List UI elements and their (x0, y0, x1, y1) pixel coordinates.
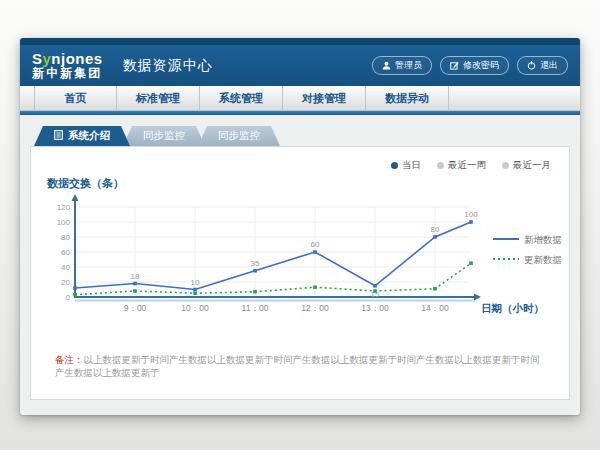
app-header: Synjones 新中新集团 数据资源中心 管理员 修改密码 退出 (20, 45, 580, 86)
admin-user-label: 管理员 (395, 59, 422, 72)
footnote-prefix: 备注： (55, 354, 84, 365)
radio-icon (502, 162, 509, 169)
nav-item-standard-mgmt[interactable]: 标准管理 (117, 86, 200, 110)
logout-label: 退出 (540, 59, 558, 72)
admin-user-button[interactable]: 管理员 (372, 56, 432, 75)
footnote: 备注：以上数据更新于时间产生数据以上数据更新于时间产生数据以上数据更新于时间产生… (39, 353, 561, 380)
svg-text:新增数据: 新增数据 (524, 234, 562, 245)
chart-panel: 当日 最近一周 最近一月 数据交换（条） 0204060801001209：00… (30, 146, 570, 400)
line-chart: 0204060801001209：0010：0011：0012：0013：001… (41, 193, 565, 325)
document-icon (54, 130, 63, 142)
logo-company-name: 新中新集团 (32, 67, 103, 80)
svg-text:120: 120 (57, 203, 71, 212)
nav-item-interface-mgmt[interactable]: 对接管理 (283, 86, 366, 110)
main-nav: 首页 标准管理 系统管理 对接管理 数据异动 (20, 86, 580, 111)
tab-label: 同步监控 (218, 129, 260, 143)
nav-item-home[interactable]: 首页 (34, 86, 117, 110)
svg-text:14：00: 14：00 (421, 303, 449, 313)
tab-label: 系统介绍 (68, 129, 110, 143)
filter-label: 最近一周 (448, 159, 486, 172)
filter-label: 当日 (402, 159, 421, 172)
svg-text:60: 60 (311, 240, 320, 249)
svg-text:11：00: 11：00 (242, 303, 269, 313)
svg-text:更新数据: 更新数据 (524, 254, 562, 265)
user-icon (382, 61, 391, 70)
tab-label: 同步监控 (143, 129, 185, 143)
svg-text:12：00: 12：00 (301, 303, 329, 313)
change-password-button[interactable]: 修改密码 (440, 56, 509, 75)
filter-last-week[interactable]: 最近一周 (437, 159, 486, 172)
svg-text:10：00: 10：00 (181, 303, 209, 313)
logo-wordmark: Synjones (32, 51, 103, 67)
tab-system-intro[interactable]: 系统介绍 (34, 126, 130, 146)
tab-sync-monitor-2[interactable]: 同步监控 (198, 126, 280, 146)
edit-icon (450, 61, 459, 70)
header-actions: 管理员 修改密码 退出 (372, 56, 568, 75)
change-password-label: 修改密码 (463, 59, 499, 72)
radio-selected-icon (391, 162, 398, 169)
svg-text:0: 0 (66, 293, 71, 302)
footnote-text: 以上数据更新于时间产生数据以上数据更新于时间产生数据以上数据更新于时间产生数据以… (55, 354, 540, 378)
svg-text:40: 40 (61, 263, 70, 272)
svg-text:10: 10 (191, 278, 200, 287)
svg-text:9：00: 9：00 (124, 303, 147, 313)
svg-text:60: 60 (61, 248, 70, 257)
tab-bar: 系统介绍 同步监控 同步监控 (34, 126, 570, 146)
power-icon (527, 61, 536, 70)
svg-text:18: 18 (131, 272, 140, 281)
filter-label: 最近一月 (513, 159, 551, 172)
svg-text:80: 80 (61, 233, 70, 242)
filter-today[interactable]: 当日 (391, 159, 421, 172)
y-axis-title: 数据交换（条） (47, 176, 561, 191)
svg-text:80: 80 (431, 225, 440, 234)
range-filter-group: 当日 最近一周 最近一月 (39, 155, 561, 174)
nav-item-system-mgmt[interactable]: 系统管理 (200, 86, 283, 110)
svg-text:日期（小时）: 日期（小时） (481, 302, 544, 315)
svg-text:13：00: 13：00 (361, 303, 389, 313)
app-window: Synjones 新中新集团 数据资源中心 管理员 修改密码 退出 首页 标准管… (20, 38, 580, 415)
logo: Synjones 新中新集团 (32, 51, 103, 79)
window-top-strip (20, 38, 580, 45)
filter-last-month[interactable]: 最近一月 (502, 159, 551, 172)
tab-sync-monitor-1[interactable]: 同步监控 (123, 126, 205, 146)
svg-text:20: 20 (61, 278, 70, 287)
page-title: 数据资源中心 (123, 57, 213, 75)
logout-button[interactable]: 退出 (517, 56, 568, 75)
svg-text:100: 100 (464, 210, 478, 219)
radio-icon (437, 162, 444, 169)
content-area: 系统介绍 同步监控 同步监控 当日 最近一周 (20, 115, 580, 400)
svg-text:35: 35 (251, 259, 260, 268)
nav-item-data-change[interactable]: 数据异动 (366, 86, 449, 110)
svg-text:100: 100 (57, 218, 71, 227)
